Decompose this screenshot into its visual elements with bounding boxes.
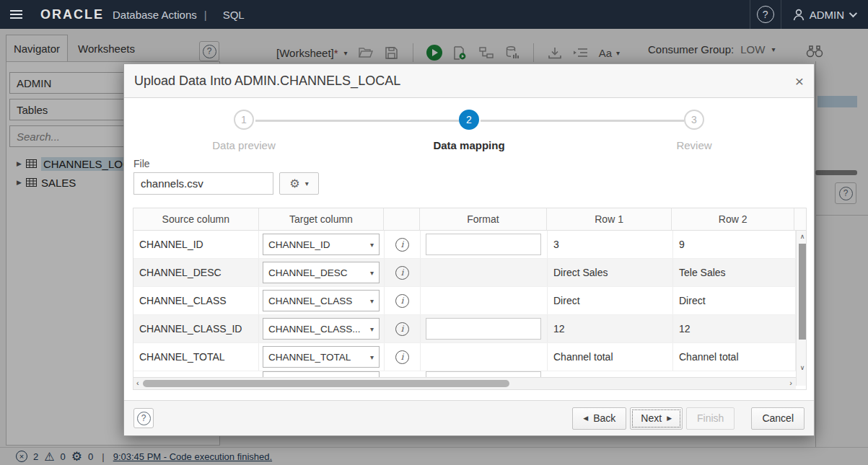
- info-icon[interactable]: i: [395, 322, 409, 336]
- info-icon[interactable]: i: [395, 238, 409, 252]
- app-name: Database Actions: [113, 9, 197, 21]
- step-number: 2: [459, 110, 479, 130]
- dialog-footer: ? ◀Back Next▶ Finish Cancel: [124, 400, 814, 435]
- row2-value: 9: [673, 231, 796, 258]
- table-row: CHANNEL_ID CHANNEL_ID▾ i 3 9: [133, 231, 796, 259]
- source-column-value: CHANNEL_TOTAL: [133, 343, 259, 371]
- table-row: CHANNEL_DESC CHANNEL_DESC▾ i Direct Sale…: [133, 259, 796, 287]
- target-column-select[interactable]: CHANNEL_CLASS▾: [263, 290, 380, 311]
- format-input[interactable]: [426, 371, 541, 377]
- table-row: CHANNEL_TOTAL CHANNEL_TOTAL▾ i Channel t…: [133, 343, 796, 371]
- horizontal-scrollbar-thumb[interactable]: [143, 380, 509, 387]
- vertical-scrollbar-thumb[interactable]: [799, 244, 806, 340]
- gear-icon: ⚙: [289, 177, 299, 190]
- oracle-logo: ORACLE: [40, 7, 104, 22]
- info-icon[interactable]: i: [395, 350, 409, 364]
- row1-value: Direct: [548, 287, 673, 314]
- target-column-select[interactable]: CHANNEL_CLASS...▾: [263, 318, 380, 340]
- title-separator: |: [204, 9, 207, 21]
- row2-value: Channel total: [673, 343, 796, 371]
- help-icon: ?: [757, 6, 774, 23]
- header-row1-column: Row 1: [547, 208, 672, 231]
- table-row-partial: [133, 371, 796, 377]
- chevron-down-icon: ▾: [370, 325, 374, 333]
- row2-value: Tele Sales: [673, 259, 796, 286]
- row1-value: 3: [548, 231, 673, 258]
- user-menu[interactable]: ADMIN: [781, 9, 868, 21]
- step-number: 3: [684, 110, 704, 130]
- mapping-table-header: Source column Target column Format Row 1…: [133, 208, 806, 231]
- step-label: Data mapping: [418, 139, 520, 151]
- app-context: SQL: [223, 9, 245, 21]
- back-button-label: Back: [593, 412, 615, 424]
- table-vertical-scrollbar[interactable]: ∧ ∨: [796, 231, 806, 386]
- file-label: File: [133, 158, 150, 169]
- header-info-column: [384, 208, 420, 231]
- top-bar: ORACLE Database Actions | SQL ? ADMIN: [0, 0, 868, 29]
- help-icon: ?: [137, 412, 151, 425]
- step-data-mapping[interactable]: 2 Data mapping: [418, 110, 520, 151]
- next-arrow-icon: ▶: [667, 415, 672, 422]
- upload-data-dialog: Upload Data Into ADMIN.CHANNELS_LOCAL × …: [123, 63, 815, 436]
- target-column-select[interactable]: CHANNEL_ID▾: [263, 234, 380, 255]
- table-row: CHANNEL_CLASS CHANNEL_CLASS▾ i Direct Di…: [133, 287, 796, 315]
- chevron-down-icon: ▾: [370, 269, 374, 277]
- mapping-table: Source column Target column Format Row 1…: [133, 208, 807, 390]
- dialog-header: Upload Data Into ADMIN.CHANNELS_LOCAL ×: [124, 64, 814, 98]
- chevron-down-icon: ▾: [370, 297, 374, 305]
- cancel-button[interactable]: Cancel: [751, 407, 805, 430]
- target-column-select[interactable]: CHANNEL_TOTAL▾: [263, 346, 380, 368]
- source-column-value: CHANNEL_DESC: [133, 259, 259, 286]
- target-column-value: CHANNEL_DESC: [268, 267, 348, 278]
- file-name-input[interactable]: [133, 172, 273, 195]
- finish-button[interactable]: Finish: [686, 407, 735, 430]
- cancel-button-label: Cancel: [762, 412, 794, 424]
- row1-value: 12: [548, 315, 673, 342]
- file-options-button[interactable]: ⚙ ▾: [279, 172, 319, 195]
- info-icon[interactable]: i: [395, 266, 409, 280]
- step-review[interactable]: 3 Review: [644, 110, 745, 151]
- scroll-up-icon[interactable]: ∧: [797, 233, 808, 240]
- chevron-down-icon: ▾: [305, 180, 309, 187]
- target-column-value: CHANNEL_CLASS: [268, 296, 352, 306]
- chevron-down-icon: ▾: [370, 353, 374, 361]
- dialog-help-button[interactable]: ?: [133, 408, 154, 428]
- format-input[interactable]: [426, 318, 541, 340]
- header-format-column: Format: [420, 208, 547, 231]
- help-button[interactable]: ?: [750, 0, 781, 29]
- next-button[interactable]: Next▶: [630, 407, 683, 430]
- hamburger-menu-icon[interactable]: [0, 0, 32, 29]
- next-button-label: Next: [641, 412, 662, 424]
- source-column-value: CHANNEL_ID: [133, 231, 259, 258]
- step-data-preview[interactable]: 1 Data preview: [193, 110, 294, 151]
- dialog-title: Upload Data Into ADMIN.CHANNELS_LOCAL: [134, 74, 400, 89]
- step-label: Review: [644, 139, 745, 151]
- row1-value: Channel total: [548, 343, 673, 371]
- target-column-value: CHANNEL_ID: [268, 239, 330, 250]
- source-column-value: CHANNEL_CLASS_ID: [133, 315, 259, 342]
- chevron-down-icon: ▾: [370, 241, 374, 249]
- user-name: ADMIN: [810, 9, 844, 21]
- target-column-value: CHANNEL_TOTAL: [268, 352, 351, 363]
- scroll-left-icon[interactable]: ‹: [136, 378, 139, 387]
- close-icon[interactable]: ×: [795, 74, 804, 89]
- scroll-down-icon[interactable]: ∨: [797, 364, 808, 371]
- header-row2-column: Row 2: [672, 208, 794, 231]
- header-source-column: Source column: [133, 208, 259, 231]
- chevron-down-icon: [849, 9, 857, 17]
- back-button[interactable]: ◀Back: [572, 407, 626, 430]
- back-arrow-icon: ◀: [583, 415, 588, 422]
- format-input[interactable]: [426, 234, 541, 255]
- header-scrollbar-spacer: [794, 208, 806, 231]
- table-row: CHANNEL_CLASS_ID CHANNEL_CLASS...▾ i 12 …: [133, 315, 796, 343]
- info-icon[interactable]: i: [395, 294, 409, 308]
- user-icon: [793, 9, 805, 21]
- source-column-value: CHANNEL_CLASS: [133, 287, 259, 314]
- target-column-select[interactable]: CHANNEL_DESC▾: [263, 262, 380, 283]
- finish-button-label: Finish: [697, 412, 724, 424]
- row2-value: Direct: [673, 287, 796, 314]
- row2-value: 12: [673, 315, 796, 342]
- scroll-right-icon[interactable]: ›: [789, 378, 792, 387]
- table-horizontal-scrollbar[interactable]: ‹ ›: [133, 377, 796, 389]
- step-number: 1: [234, 110, 254, 130]
